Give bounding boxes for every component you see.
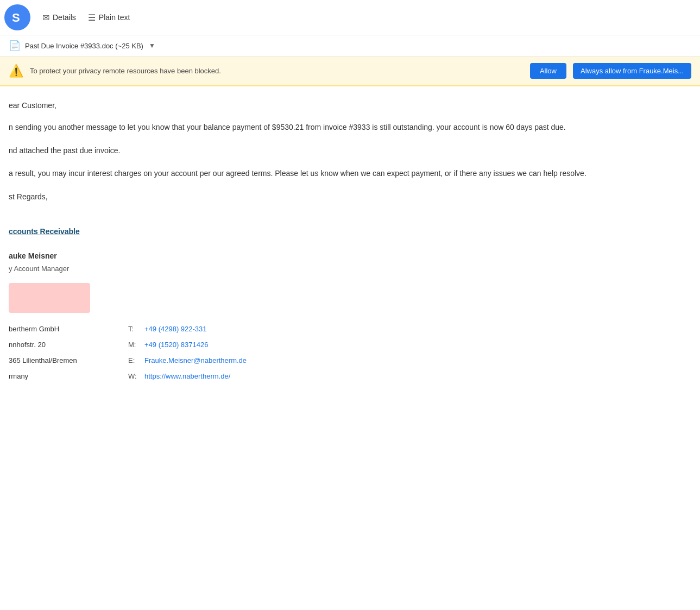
website-value: https://www.nabertherm.de/ [144,369,253,385]
doc-icon: 📄 [9,40,21,52]
header-actions: ✉ Details ☰ Plain text [37,9,135,26]
accounts-receivable-link[interactable]: ccounts Receivable [9,227,80,236]
email-value: Frauke.Meisner@nabertherm.de [144,353,253,369]
mobile-type-label: M: [128,337,144,353]
website-type-label: W: [128,369,144,385]
company-street: nnhofstr. 20 [9,337,128,353]
phone-value: +49 (4298) 922-331 [144,322,253,337]
warning-icon: ⚠️ [9,64,23,78]
table-row: bertherm GmbH T: +49 (4298) 922-331 [9,322,253,337]
attachment-filename: Past Due Invoice #3933.doc (~25 KB) [25,42,143,50]
svg-text:S: S [12,11,20,24]
privacy-text: To protect your privacy remote resources… [30,67,524,75]
email-link[interactable]: Frauke.Meisner@nabertherm.de [144,356,247,364]
sender-title: y Account Manager [9,263,683,275]
email-header: S ✉ Details ☰ Plain text [0,0,700,35]
privacy-banner: ⚠️ To protect your privacy remote resour… [0,56,700,86]
email-paragraph-3: a result, you may incur interest charges… [9,167,683,179]
envelope-icon: ✉ [42,12,49,23]
plain-text-label: Plain text [99,13,130,22]
always-allow-button[interactable]: Always allow from Frauke.Meis... [573,63,691,79]
table-row: nnhofstr. 20 M: +49 (1520) 8371426 [9,337,253,353]
company-logo-placeholder [9,283,90,313]
email-greeting: ear Customer, [9,99,683,111]
attachment-dropdown-icon[interactable]: ▼ [149,42,155,49]
sender-name: auke Meisner [9,250,683,262]
mobile-link[interactable]: +49 (1520) 8371426 [144,341,208,349]
email-closing: st Regards, [9,191,683,203]
plain-text-button[interactable]: ☰ Plain text [83,9,136,26]
company-name: bertherm GmbH [9,322,128,337]
table-row: rmany W: https://www.nabertherm.de/ [9,369,253,385]
email-paragraph-1: n sending you another message to let you… [9,121,683,133]
app-logo: S [4,4,30,30]
website-link[interactable]: https://www.nabertherm.de/ [144,372,230,380]
phone-link[interactable]: +49 (4298) 922-331 [144,325,207,333]
attachment-size: (~25 KB) [115,42,143,50]
mobile-value: +49 (1520) 8371426 [144,337,253,353]
allow-button[interactable]: Allow [530,63,566,79]
attachment-bar: 📄 Past Due Invoice #3933.doc (~25 KB) ▼ [0,35,700,56]
email-paragraph-2: nd attached the past due invoice. [9,144,683,156]
company-country: rmany [9,369,128,385]
phone-type-label: T: [128,322,144,337]
contact-table: bertherm GmbH T: +49 (4298) 922-331 nnho… [9,322,253,384]
email-signature: st Regards, ccounts Receivable auke Meis… [9,191,683,385]
table-row: 365 Lilienthal/Bremen E: Frauke.Meisner@… [9,353,253,369]
email-body: ear Customer, n sending you another mess… [0,86,700,402]
company-city: 365 Lilienthal/Bremen [9,353,128,369]
details-button[interactable]: ✉ Details [37,9,81,26]
email-type-label: E: [128,353,144,369]
details-label: Details [53,13,76,22]
lines-icon: ☰ [88,12,96,23]
